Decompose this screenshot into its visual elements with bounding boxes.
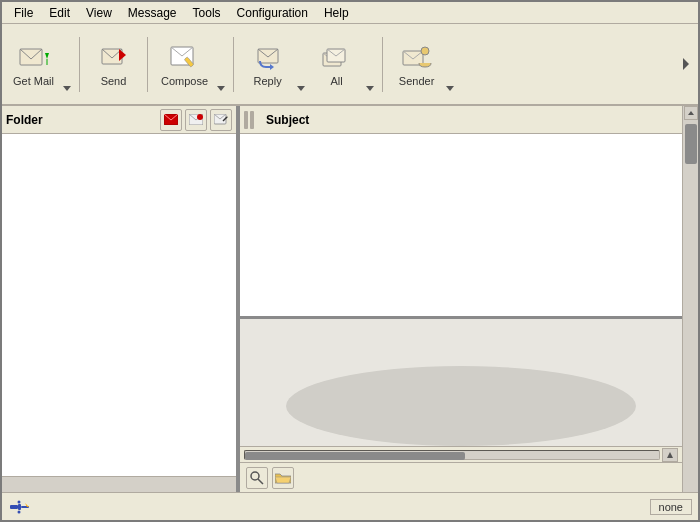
svg-point-21	[251, 472, 259, 480]
folder-panel: Folder	[2, 106, 240, 492]
col-resize-handle-1[interactable]	[244, 111, 248, 129]
svg-rect-25	[18, 504, 21, 510]
sender-button[interactable]: Sender	[389, 29, 444, 99]
get-mail-dropdown[interactable]	[61, 29, 73, 99]
compose-new-button[interactable]	[210, 109, 232, 131]
svg-marker-19	[227, 116, 228, 118]
get-mail-button[interactable]: Get Mail	[6, 29, 61, 99]
menu-tools[interactable]: Tools	[185, 4, 229, 22]
compose-chevron-icon	[217, 86, 225, 91]
mark-read-button[interactable]	[160, 109, 182, 131]
menu-file[interactable]: File	[6, 4, 41, 22]
v-scroll-up-button[interactable]	[684, 106, 698, 120]
menu-view[interactable]: View	[78, 4, 120, 22]
toolbar-divider-1	[79, 37, 80, 92]
search-button[interactable]	[246, 467, 268, 489]
compose-label: Compose	[161, 75, 208, 87]
horizontal-scrollbar[interactable]	[240, 446, 682, 462]
toolbar-divider-4	[382, 37, 383, 92]
reply-dropdown[interactable]	[295, 29, 307, 99]
get-mail-icon	[18, 41, 50, 73]
h-scrollbar-thumb[interactable]	[245, 452, 465, 460]
compose-dropdown[interactable]	[215, 29, 227, 99]
statusbar: none	[2, 492, 698, 520]
send-button[interactable]: Send	[86, 29, 141, 99]
h-scrollbar-track[interactable]	[244, 450, 660, 460]
sender-icon	[401, 41, 433, 73]
v-scrollbar-thumb[interactable]	[685, 124, 697, 164]
get-mail-label: Get Mail	[13, 75, 54, 87]
content-area: Folder	[2, 106, 698, 492]
sender-label: Sender	[399, 75, 434, 87]
svg-point-27	[18, 500, 21, 503]
folder-label: Folder	[6, 113, 157, 127]
svg-marker-23	[688, 111, 694, 115]
svg-rect-2	[46, 59, 47, 65]
compose-icon	[169, 41, 201, 73]
right-panel: Subject	[240, 106, 682, 492]
status-cursor-icon	[8, 499, 32, 515]
send-label: Send	[101, 75, 127, 87]
svg-marker-13	[683, 58, 689, 70]
mark-unread-button[interactable]	[185, 109, 207, 131]
toolbar: Get Mail Send	[2, 24, 698, 106]
toolbar-divider-2	[147, 37, 148, 92]
all-group: All	[309, 29, 376, 99]
reply-button[interactable]: Reply	[240, 29, 295, 99]
compose-group: Compose	[154, 29, 227, 99]
svg-line-22	[258, 479, 263, 484]
svg-marker-1	[45, 53, 49, 59]
vertical-scrollbar[interactable]	[682, 106, 698, 492]
folder-open-button[interactable]	[272, 467, 294, 489]
reply-icon	[252, 41, 284, 73]
svg-rect-24	[10, 505, 18, 509]
reply-label: Reply	[254, 75, 282, 87]
status-icon-area	[8, 499, 646, 515]
reply-group: Reply	[240, 29, 307, 99]
compose-button[interactable]: Compose	[154, 29, 215, 99]
menu-configuration[interactable]: Configuration	[229, 4, 316, 22]
preview-toolbar	[240, 462, 682, 492]
menu-help[interactable]: Help	[316, 4, 357, 22]
h-scroll-right-button[interactable]	[662, 448, 678, 462]
toolbar-overflow-button[interactable]	[678, 29, 694, 99]
col-resize-handle-2[interactable]	[250, 111, 254, 129]
sender-chevron-icon	[446, 86, 454, 91]
main-window: File Edit View Message Tools Configurati…	[0, 0, 700, 522]
svg-marker-8	[270, 64, 274, 70]
folder-panel-scrollbar[interactable]	[2, 476, 236, 492]
sender-dropdown[interactable]	[444, 29, 456, 99]
svg-point-12	[421, 47, 429, 55]
folder-list[interactable]	[2, 134, 236, 476]
menu-message[interactable]: Message	[120, 4, 185, 22]
status-none-badge: none	[650, 499, 692, 515]
menu-edit[interactable]: Edit	[41, 4, 78, 22]
preview-pane	[240, 316, 682, 446]
get-mail-chevron-icon	[63, 86, 71, 91]
preview-ellipse-decoration	[286, 366, 636, 446]
all-chevron-icon	[366, 86, 374, 91]
svg-point-28	[18, 510, 21, 513]
column-header: Subject	[240, 106, 682, 134]
reply-chevron-icon	[297, 86, 305, 91]
all-dropdown[interactable]	[364, 29, 376, 99]
all-button[interactable]: All	[309, 29, 364, 99]
svg-point-16	[197, 114, 203, 120]
menubar: File Edit View Message Tools Configurati…	[2, 2, 698, 24]
message-list[interactable]	[240, 134, 682, 316]
sender-group: Sender	[389, 29, 456, 99]
all-icon	[321, 41, 353, 73]
folder-header: Folder	[2, 106, 236, 134]
svg-marker-20	[667, 452, 673, 458]
all-label: All	[330, 75, 342, 87]
toolbar-divider-3	[233, 37, 234, 92]
get-mail-group: Get Mail	[6, 29, 73, 99]
subject-column-header: Subject	[260, 111, 315, 129]
send-icon	[98, 41, 130, 73]
